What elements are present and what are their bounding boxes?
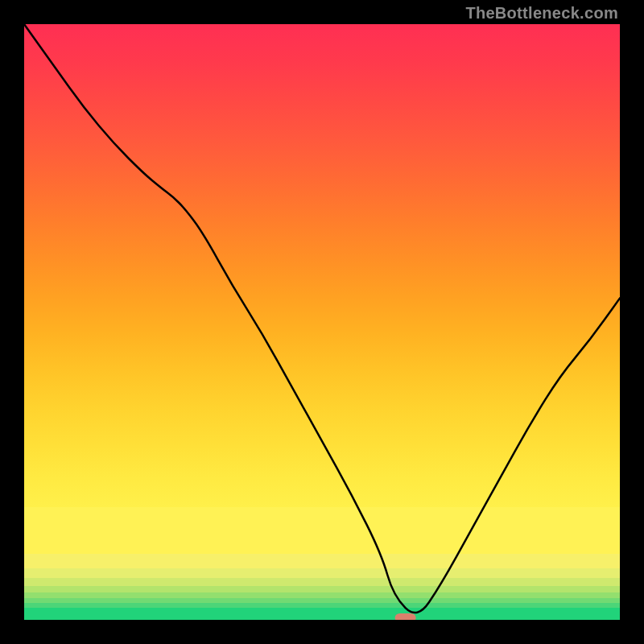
plot-svg xyxy=(24,24,620,620)
band-paleyellow xyxy=(24,507,620,554)
band-yellow2 xyxy=(24,554,620,568)
band-green1 xyxy=(24,586,620,592)
band-yellowgreen2 xyxy=(24,578,620,586)
band-green4 xyxy=(24,603,620,608)
optimal-marker xyxy=(395,613,416,620)
band-green2 xyxy=(24,592,620,598)
watermark-text: TheBottleneck.com xyxy=(465,4,618,23)
plot-area xyxy=(24,24,620,620)
band-green3 xyxy=(24,598,620,603)
band-greenbase xyxy=(24,608,620,620)
band-yellowgreen1 xyxy=(24,568,620,578)
gradient-main xyxy=(24,24,620,507)
chart-stage: TheBottleneck.com xyxy=(0,0,644,644)
